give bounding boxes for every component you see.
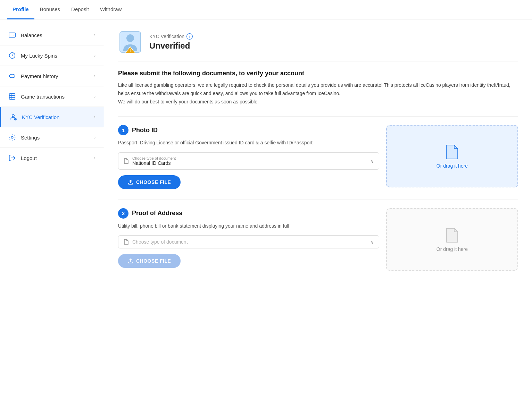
svg-rect-0 <box>9 33 15 37</box>
chevron-icon: › <box>94 155 95 160</box>
photo-id-name: Photo ID <box>132 127 158 134</box>
spins-icon <box>8 52 16 59</box>
proof-of-address-select[interactable]: Choose type of document ∨ <box>118 235 379 248</box>
sidebar-item-payment-history[interactable]: Payment history › <box>0 66 104 86</box>
nav-deposit[interactable]: Deposit <box>66 0 94 19</box>
photo-id-title: 1 Photo ID <box>118 125 379 135</box>
svg-rect-3 <box>9 94 15 100</box>
kyc-icon <box>9 113 17 121</box>
choose-file-button-1[interactable]: CHOOSE FILE <box>118 175 181 189</box>
nav-profile[interactable]: Profile <box>7 0 34 19</box>
select-chevron-1: ∨ <box>371 158 374 164</box>
chevron-icon: › <box>94 94 95 99</box>
kyc-avatar-wrapper: ! <box>118 30 142 54</box>
chevron-icon: › <box>94 115 95 119</box>
select-chevron-2: ∨ <box>371 239 374 245</box>
kyc-info-icon[interactable]: i <box>186 33 193 40</box>
sidebar-item-logout[interactable]: Logout › <box>0 148 104 168</box>
logout-icon <box>8 154 16 162</box>
select-value-1: National ID Cards <box>132 160 367 166</box>
document-icon-2 <box>123 239 129 245</box>
kyc-title-group: KYC Verification i Unverified <box>149 33 193 51</box>
wallet-icon <box>8 31 16 39</box>
proof-of-address-section: 2 Proof of Address Utility bill, phone b… <box>118 208 518 271</box>
chevron-icon: › <box>94 74 95 78</box>
photo-id-select[interactable]: Choose type of document National ID Card… <box>118 152 379 170</box>
file-upload-icon-1 <box>445 144 459 160</box>
select-placeholder-2: Choose type of document <box>132 239 367 245</box>
section-divider-2 <box>118 200 518 200</box>
nav-bonuses[interactable]: Bonuses <box>34 0 66 19</box>
main-content: ! KYC Verification i Unverified Please s… <box>104 19 532 406</box>
sidebar-item-lucky-spins[interactable]: My Lucky Spins › <box>0 45 104 66</box>
chevron-icon: › <box>94 33 95 37</box>
choose-file-label-2: CHOOSE FILE <box>136 258 171 264</box>
sidebar-label-kyc: KYC Verification <box>22 114 59 120</box>
photo-id-section: 1 Photo ID Passport, Driving License or … <box>118 125 518 189</box>
choose-file-button-2[interactable]: CHOOSE FILE <box>118 254 181 268</box>
submit-title: Please submit the following documents, t… <box>118 70 518 77</box>
svg-text:!: ! <box>130 49 131 52</box>
choose-file-label-1: CHOOSE FILE <box>136 179 171 185</box>
sidebar-label-settings: Settings <box>21 135 40 141</box>
file-upload-icon-2 <box>445 227 459 244</box>
step-badge-1: 1 <box>118 125 128 135</box>
section-divider <box>118 116 518 117</box>
transactions-icon <box>8 93 16 100</box>
kyc-header: ! KYC Verification i Unverified <box>118 30 518 61</box>
sidebar-label-payment-history: Payment history <box>21 73 58 79</box>
sidebar-item-balances[interactable]: Balances › <box>0 25 104 45</box>
step-badge-2: 2 <box>118 208 128 219</box>
kyc-status-badge: Unverified <box>149 41 193 51</box>
proof-of-address-desc: Utility bill, phone bill or bank stateme… <box>118 222 379 230</box>
kyc-avatar: ! <box>118 30 142 54</box>
sidebar-item-game-transactions[interactable]: Game transactions › <box>0 86 104 107</box>
proof-of-address-left: 2 Proof of Address Utility bill, phone b… <box>118 208 379 268</box>
sidebar-item-settings[interactable]: Settings › <box>0 127 104 148</box>
svg-point-12 <box>126 34 134 42</box>
proof-of-address-title: 2 Proof of Address <box>118 208 379 219</box>
page-layout: Balances › My Lucky Spins › Payment hist… <box>0 19 532 406</box>
document-icon <box>123 158 129 164</box>
select-label-1: Choose type of document <box>132 156 367 160</box>
sidebar-label-game-transactions: Game transactions <box>21 94 65 100</box>
sidebar: Balances › My Lucky Spins › Payment hist… <box>0 19 104 406</box>
kyc-title-text: KYC Verification <box>149 34 184 39</box>
photo-id-left: 1 Photo ID Passport, Driving License or … <box>118 125 379 189</box>
sidebar-label-logout: Logout <box>21 155 37 161</box>
svg-point-9 <box>11 136 13 138</box>
submit-description: Like all licensed gambling operators, we… <box>118 81 518 106</box>
upload-label-2: Or drag it here <box>437 246 468 252</box>
sidebar-label-balances: Balances <box>21 32 42 38</box>
upload-icon-2 <box>128 258 133 264</box>
payment-icon <box>8 72 16 80</box>
settings-icon <box>8 134 16 141</box>
chevron-icon: › <box>94 135 95 140</box>
chevron-icon: › <box>94 53 95 58</box>
upload-label-1: Or drag it here <box>437 163 468 169</box>
upload-icon-1 <box>128 179 133 185</box>
nav-withdraw[interactable]: Withdraw <box>94 0 127 19</box>
upload-area-1[interactable]: Or drag it here <box>386 125 518 187</box>
photo-id-desc: Passport, Driving License or official Go… <box>118 139 379 146</box>
upload-area-2[interactable]: Or drag it here <box>386 208 518 271</box>
sidebar-label-lucky-spins: My Lucky Spins <box>21 53 57 59</box>
top-navigation: Profile Bonuses Deposit Withdraw <box>0 0 532 19</box>
proof-of-address-name: Proof of Address <box>132 210 182 217</box>
sidebar-item-kyc[interactable]: KYC Verification › <box>0 107 104 127</box>
svg-point-7 <box>12 115 14 117</box>
kyc-label: KYC Verification i <box>149 33 193 40</box>
